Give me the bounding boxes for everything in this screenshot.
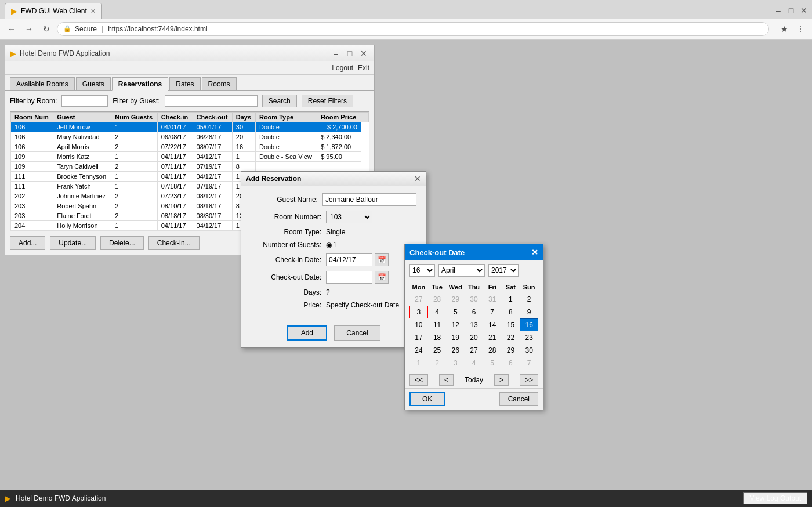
table-row[interactable]: 106Mary Natividad206/08/1706/28/1720Doub…: [11, 132, 369, 142]
cal-day[interactable]: 1: [502, 293, 520, 306]
view-log-btn[interactable]: View Log Output: [743, 492, 807, 504]
checkin-calendar-btn[interactable]: 📅: [375, 253, 389, 266]
cal-prev-btn[interactable]: <: [439, 374, 454, 386]
forward-btn[interactable]: →: [22, 22, 36, 36]
guest-name-input[interactable]: [322, 193, 416, 206]
cal-day[interactable]: 15: [502, 318, 520, 331]
add-cancel-btn[interactable]: Cancel: [334, 325, 380, 341]
reload-btn[interactable]: ↻: [39, 22, 53, 36]
add-reservation-close[interactable]: ✕: [414, 174, 421, 183]
app-minimize-btn[interactable]: –: [330, 48, 342, 59]
address-bar[interactable]: 🔒 Secure | https://localhost:7449/index.…: [57, 22, 769, 36]
cal-day[interactable]: 19: [446, 331, 465, 344]
minimize-btn[interactable]: –: [773, 5, 784, 16]
calendar-month-select[interactable]: April: [438, 264, 485, 277]
cal-last-btn[interactable]: >>: [520, 374, 538, 386]
delete-button[interactable]: Delete...: [100, 236, 144, 250]
cal-day[interactable]: 11: [428, 318, 447, 331]
menu-btn[interactable]: ⋮: [793, 22, 807, 36]
cal-day[interactable]: 26: [446, 344, 465, 357]
cal-day[interactable]: 5: [483, 357, 502, 370]
calendar-day-select[interactable]: 16: [409, 264, 435, 277]
cal-day[interactable]: 20: [465, 331, 483, 344]
calendar-close-btn[interactable]: ✕: [531, 248, 538, 257]
cal-day[interactable]: 29: [446, 293, 465, 306]
close-btn[interactable]: ✕: [798, 5, 810, 16]
checkin-button[interactable]: Check-In...: [148, 236, 200, 250]
table-row[interactable]: 109Morris Katz104/11/1704/12/171Double -…: [11, 152, 369, 162]
tab-rates[interactable]: Rates: [169, 77, 200, 90]
back-btn[interactable]: ←: [5, 22, 19, 36]
cal-day[interactable]: 10: [409, 318, 428, 331]
cal-today-label[interactable]: Today: [465, 376, 483, 384]
tab-guests[interactable]: Guests: [76, 77, 111, 90]
cal-day[interactable]: 28: [483, 344, 502, 357]
browser-tab[interactable]: ▶ FWD GUI Web Client ✕: [5, 3, 102, 19]
logout-btn[interactable]: Logout: [332, 64, 353, 72]
cal-day[interactable]: 22: [502, 331, 520, 344]
cal-day[interactable]: 1: [409, 357, 428, 370]
table-row[interactable]: 106Jeff Morrow104/01/1705/01/1730Double$…: [11, 122, 369, 132]
table-row[interactable]: 109Taryn Caldwell207/11/1707/19/178: [11, 162, 369, 172]
cal-day[interactable]: 6: [465, 306, 483, 318]
cal-day[interactable]: 6: [502, 357, 520, 370]
cal-day[interactable]: 14: [483, 318, 502, 331]
tab-reservations[interactable]: Reservations: [112, 77, 168, 91]
filter-guest-input[interactable]: [165, 95, 258, 107]
cal-day[interactable]: 7: [483, 306, 502, 318]
tab-available-rooms[interactable]: Available Rooms: [10, 77, 75, 90]
add-confirm-btn[interactable]: Add: [287, 325, 327, 341]
tab-rooms[interactable]: Rooms: [202, 77, 237, 90]
cal-next-btn[interactable]: >: [494, 374, 509, 386]
cal-day[interactable]: 30: [520, 344, 538, 357]
cal-day[interactable]: 8: [502, 306, 520, 318]
add-button[interactable]: Add...: [10, 236, 45, 250]
bookmark-btn[interactable]: ★: [777, 22, 791, 36]
tab-close-btn[interactable]: ✕: [90, 8, 96, 15]
search-button[interactable]: Search: [262, 95, 297, 107]
table-cell: 2: [111, 142, 158, 152]
cal-day[interactable]: 9: [520, 306, 538, 318]
app-close-btn[interactable]: ✕: [358, 48, 369, 59]
cal-first-btn[interactable]: <<: [409, 374, 428, 386]
cal-day[interactable]: 2: [428, 357, 447, 370]
cal-day[interactable]: 12: [446, 318, 465, 331]
calendar-cancel-btn[interactable]: Cancel: [499, 392, 538, 406]
table-row[interactable]: 106April Morris207/22/1708/07/1716Double…: [11, 142, 369, 152]
update-button[interactable]: Update...: [50, 236, 96, 250]
cal-day[interactable]: 7: [520, 357, 538, 370]
cal-day[interactable]: 30: [465, 293, 483, 306]
calendar-year-select[interactable]: 2017: [488, 264, 519, 277]
maximize-btn[interactable]: □: [785, 5, 797, 16]
tab-title: FWD GUI Web Client: [21, 7, 87, 15]
cal-day[interactable]: 31: [483, 293, 502, 306]
app-maximize-btn[interactable]: □: [344, 48, 356, 59]
cal-day[interactable]: 2: [520, 293, 538, 306]
cal-day[interactable]: 25: [428, 344, 447, 357]
cal-day[interactable]: 4: [428, 306, 447, 318]
cal-day[interactable]: 4: [465, 357, 483, 370]
cal-day[interactable]: 16: [520, 318, 538, 331]
cal-day[interactable]: 3: [446, 357, 465, 370]
cal-day[interactable]: 29: [502, 344, 520, 357]
exit-btn[interactable]: Exit: [358, 64, 369, 72]
cal-day[interactable]: 3: [409, 306, 428, 318]
checkout-date-input[interactable]: [326, 271, 372, 284]
cal-day[interactable]: 28: [428, 293, 447, 306]
cal-day[interactable]: 27: [409, 293, 428, 306]
cal-day[interactable]: 18: [428, 331, 447, 344]
filter-room-input[interactable]: [61, 95, 108, 107]
cal-day[interactable]: 21: [483, 331, 502, 344]
reset-filters-button[interactable]: Reset Filters: [302, 95, 353, 107]
table-cell: 1: [232, 152, 255, 162]
cal-day[interactable]: 13: [465, 318, 483, 331]
cal-day[interactable]: 27: [465, 344, 483, 357]
cal-day[interactable]: 5: [446, 306, 465, 318]
room-number-select[interactable]: 103 101 102 104: [326, 211, 372, 223]
cal-day[interactable]: 23: [520, 331, 538, 344]
checkout-calendar-btn[interactable]: 📅: [375, 271, 389, 284]
cal-day[interactable]: 24: [409, 344, 428, 357]
calendar-ok-btn[interactable]: OK: [409, 392, 445, 406]
checkin-date-input[interactable]: [326, 253, 372, 266]
cal-day[interactable]: 17: [409, 331, 428, 344]
